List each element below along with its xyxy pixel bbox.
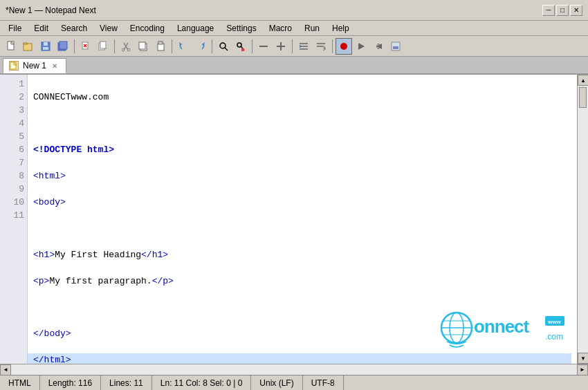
- window-controls: ─ □ ✕: [542, 5, 582, 16]
- new-button[interactable]: [3, 38, 19, 55]
- status-lines: Lines: 11: [101, 375, 152, 390]
- menu-help[interactable]: Help: [327, 22, 355, 35]
- menu-view[interactable]: View: [94, 22, 123, 35]
- wordwrap-button[interactable]: [313, 38, 329, 55]
- svg-rect-18: [139, 42, 145, 49]
- svg-marker-34: [358, 43, 365, 50]
- minimize-button[interactable]: ─: [542, 5, 555, 16]
- status-line-ending: Unix (LF): [251, 375, 302, 390]
- scrollbar-horizontal[interactable]: ◄ ►: [0, 364, 588, 375]
- tab-bar: New 1 ✕: [0, 57, 588, 75]
- menu-edit[interactable]: Edit: [28, 22, 54, 35]
- svg-rect-12: [100, 41, 106, 48]
- status-language: HTML: [0, 375, 40, 390]
- zoom-out-button[interactable]: [255, 38, 272, 55]
- code-line-6: [33, 222, 571, 235]
- play-macro-button[interactable]: [353, 38, 369, 55]
- svg-point-21: [220, 43, 226, 48]
- status-length: Length: 116: [40, 375, 101, 390]
- toolbar-sep-6: [292, 39, 293, 53]
- menu-language[interactable]: Language: [172, 22, 219, 35]
- menu-bar: File Edit Search View Encoding Language …: [0, 21, 588, 36]
- toolbar: [0, 36, 588, 57]
- indent-button[interactable]: [295, 38, 312, 55]
- toolbar-sep-1: [74, 39, 75, 53]
- toolbar-sep-2: [114, 39, 115, 53]
- scroll-right-button[interactable]: ►: [577, 364, 588, 375]
- toolbar-sep-3: [172, 39, 172, 53]
- record-macro-button[interactable]: [336, 38, 352, 55]
- scroll-down-button[interactable]: ▼: [578, 353, 588, 364]
- code-line-1: CONNECTwww.com: [33, 91, 571, 104]
- tab-new1[interactable]: New 1 ✕: [3, 58, 66, 73]
- menu-search[interactable]: Search: [55, 22, 93, 35]
- code-line-11: </html>: [28, 353, 571, 364]
- editor-text[interactable]: CONNECTwww.com <!DOCTYPE html> <html> <b…: [28, 75, 577, 364]
- close-button[interactable]: ✕: [570, 5, 582, 16]
- svg-rect-38: [393, 46, 398, 49]
- svg-point-23: [237, 43, 241, 47]
- redo-button[interactable]: [192, 38, 209, 55]
- editor-wrapper: 1 2 3 4 5 6 7 8 9 10 11 CONNECTwww.com <…: [0, 75, 588, 375]
- open-button[interactable]: [20, 38, 37, 55]
- tab-file-icon: [9, 61, 19, 71]
- scroll-up-button[interactable]: ▲: [578, 75, 588, 86]
- code-line-8: <p>My first paragraph.</p>: [33, 275, 571, 288]
- find-replace-button[interactable]: [232, 38, 249, 55]
- status-bar: HTML Length: 116 Lines: 11 Ln: 11 Col: 8…: [0, 375, 588, 390]
- scroll-thumb[interactable]: [579, 87, 587, 108]
- tab-label: New 1: [23, 61, 46, 71]
- code-line-4: <html>: [33, 169, 571, 183]
- svg-line-24: [241, 46, 244, 48]
- menu-encoding[interactable]: Encoding: [125, 22, 170, 35]
- paste-button[interactable]: [152, 38, 169, 55]
- hscroll-track[interactable]: [11, 364, 577, 375]
- svg-rect-5: [43, 47, 48, 50]
- title-bar: *New 1 — Notepad Next ─ □ ✕: [0, 0, 588, 21]
- svg-rect-7: [59, 41, 67, 49]
- scrollbar-vertical[interactable]: ▲ ▼: [577, 75, 588, 364]
- window-title: *New 1 — Notepad Next: [6, 6, 96, 15]
- tab-close-button[interactable]: ✕: [50, 62, 59, 70]
- save-button[interactable]: [37, 38, 54, 55]
- close-all-button[interactable]: [95, 38, 111, 55]
- menu-file[interactable]: File: [3, 22, 27, 35]
- find-button[interactable]: [215, 38, 232, 55]
- code-line-5: <body>: [33, 196, 571, 209]
- svg-rect-25: [259, 46, 268, 47]
- toolbar-sep-7: [332, 39, 333, 53]
- toolbar-sep-4: [212, 39, 212, 53]
- status-encoding: UTF-8: [303, 375, 344, 390]
- code-line-7: <h1>My First Heading</h1>: [33, 248, 571, 261]
- status-cursor: Ln: 11 Col: 8 Sel: 0 | 0: [152, 375, 252, 390]
- stop-macro-button[interactable]: [370, 38, 387, 55]
- svg-rect-4: [44, 42, 48, 46]
- zoom-in-button[interactable]: [273, 38, 289, 55]
- svg-rect-27: [280, 42, 282, 50]
- code-line-9: [33, 301, 571, 314]
- svg-point-33: [340, 43, 347, 50]
- scroll-left-button[interactable]: ◄: [0, 364, 11, 375]
- save-all-button[interactable]: [55, 38, 71, 55]
- scroll-track[interactable]: [578, 86, 588, 353]
- code-line-2: [33, 117, 571, 130]
- close-button-tb[interactable]: [77, 38, 94, 55]
- svg-line-22: [225, 48, 228, 50]
- svg-rect-2: [24, 43, 27, 44]
- menu-settings[interactable]: Settings: [221, 22, 261, 35]
- code-line-10: </body>: [33, 327, 571, 340]
- menu-run[interactable]: Run: [299, 22, 325, 35]
- undo-button[interactable]: [175, 38, 192, 55]
- menu-macro[interactable]: Macro: [264, 22, 297, 35]
- svg-rect-20: [158, 41, 163, 44]
- editor-container: 1 2 3 4 5 6 7 8 9 10 11 CONNECTwww.com <…: [0, 75, 588, 364]
- maximize-button[interactable]: □: [556, 5, 569, 16]
- copy-button[interactable]: [135, 38, 151, 55]
- save-macro-button[interactable]: [387, 38, 404, 55]
- toolbar-sep-5: [252, 39, 252, 53]
- code-line-3: <!DOCTYPE html>: [33, 143, 571, 156]
- line-numbers: 1 2 3 4 5 6 7 8 9 10 11: [0, 75, 28, 364]
- cut-button[interactable]: [118, 38, 134, 55]
